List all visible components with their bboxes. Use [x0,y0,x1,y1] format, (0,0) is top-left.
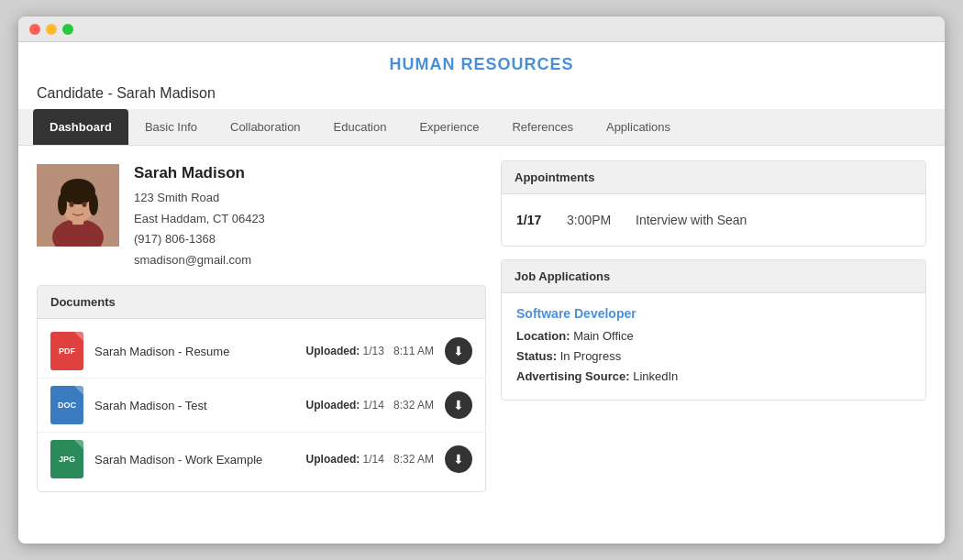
app-window: HUMAN RESOURCES Candidate - Sarah Madiso… [18,16,945,544]
candidate-label: Candidate - Sarah Madison [37,85,216,101]
job-title[interactable]: Software Developer [516,306,911,321]
tab-basic-info[interactable]: Basic Info [128,109,214,145]
tab-references[interactable]: References [495,109,589,145]
svg-point-7 [70,202,74,207]
svg-point-6 [89,193,98,215]
documents-body: PDF Sarah Madison - Resume Uploaded: 1/1… [38,319,485,491]
app-title: HUMAN RESOURCES [389,55,573,73]
profile-email: smadison@gmail.com [134,251,265,269]
svg-point-5 [58,193,67,215]
left-panel: Sarah Madison 123 Smith Road East Haddam… [37,160,486,529]
doc-name-work-example: Sarah Madison - Work Example [94,453,295,467]
profile-address1: 123 Smith Road [134,189,265,207]
job-advertising-value: LinkedIn [633,369,678,383]
jpg-icon: JPG [50,440,83,478]
job-location-label: Location: [516,329,570,343]
job-advertising-source: Advertising Source: LinkedIn [516,367,911,387]
tab-collaboration[interactable]: Collaboration [214,109,317,145]
maximize-button[interactable] [62,24,73,35]
profile-card: Sarah Madison 123 Smith Road East Haddam… [37,160,486,272]
doc-name-resume: Sarah Madison - Resume [94,345,295,358]
job-location-value: Main Office [573,329,634,343]
profile-address2: East Haddam, CT 06423 [134,210,265,228]
document-row: PDF Sarah Madison - Resume Uploaded: 1/1… [38,324,485,379]
download-button-work-example[interactable]: ⬇ [445,445,472,473]
close-button[interactable] [29,24,40,35]
appt-description: Interview with Sean [636,213,747,227]
download-button-resume[interactable]: ⬇ [445,337,472,365]
main-content: Sarah Madison 123 Smith Road East Haddam… [18,146,945,544]
job-applications-body: Software Developer Location: Main Office… [502,293,925,400]
app-header: HUMAN RESOURCES [18,42,945,82]
job-status-label: Status: [516,349,557,363]
doc-icon: DOC [50,386,83,424]
tab-education[interactable]: Education [317,109,404,145]
appointments-header: Appointments [502,161,925,194]
profile-phone: (917) 806-1368 [134,230,265,248]
doc-upload-resume: Uploaded: 1/13 8:11 AM [306,345,434,357]
documents-header: Documents [38,286,485,319]
appointments-section: Appointments 1/17 3:00PM Interview with … [501,160,926,247]
titlebar [18,16,945,42]
documents-section: Documents PDF Sarah Madison - Resume Upl… [37,285,486,492]
tab-applications[interactable]: Applications [590,109,687,145]
job-advertising-label: Advertising Source: [516,369,630,383]
document-row: JPG Sarah Madison - Work Example Uploade… [38,433,485,486]
appt-date: 1/17 [516,213,548,227]
svg-point-8 [83,202,87,207]
appointment-row: 1/17 3:00PM Interview with Sean [502,200,925,240]
doc-upload-work: Uploaded: 1/14 8:32 AM [306,453,434,466]
tab-dashboard[interactable]: Dashboard [33,109,128,145]
job-location: Location: Main Office [516,326,911,346]
right-panel: Appointments 1/17 3:00PM Interview with … [501,160,926,529]
pdf-icon: PDF [50,332,83,370]
profile-info: Sarah Madison 123 Smith Road East Haddam… [134,164,265,269]
profile-name: Sarah Madison [134,164,265,182]
avatar [37,164,119,247]
appt-time: 3:00PM [567,213,617,227]
download-button-test[interactable]: ⬇ [445,391,472,419]
tab-experience[interactable]: Experience [403,109,495,145]
job-applications-header: Job Applications [502,260,925,293]
job-status: Status: In Progress [516,346,911,367]
appointments-body: 1/17 3:00PM Interview with Sean [502,194,925,246]
candidate-name-bar: Candidate - Sarah Madison [18,82,945,109]
app-content: HUMAN RESOURCES Candidate - Sarah Madiso… [18,42,945,544]
job-status-value: In Progress [560,349,621,363]
doc-name-test: Sarah Madison - Test [94,399,295,412]
tab-bar: Dashboard Basic Info Collaboration Educa… [18,109,945,146]
job-applications-section: Job Applications Software Developer Loca… [501,259,926,401]
minimize-button[interactable] [46,24,57,35]
document-row: DOC Sarah Madison - Test Uploaded: 1/14 … [38,379,485,433]
doc-upload-test: Uploaded: 1/14 8:32 AM [306,399,434,412]
